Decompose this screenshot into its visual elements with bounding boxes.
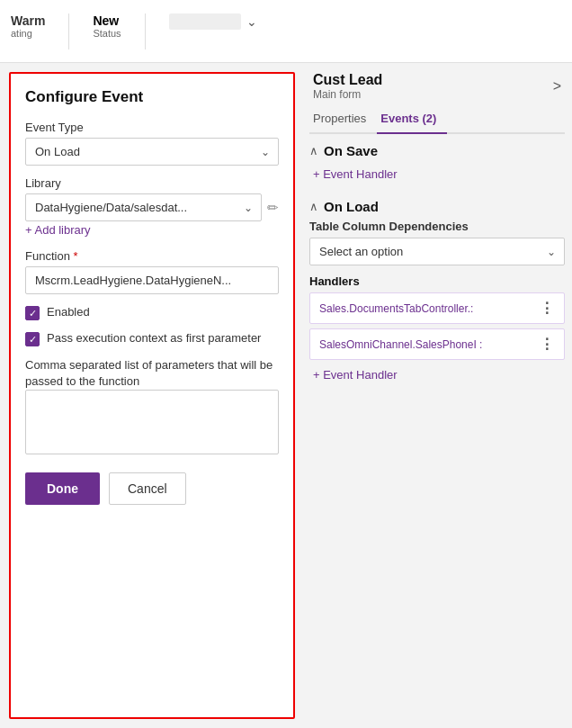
handlers-label: Handlers: [309, 274, 565, 288]
table-col-select-wrapper: Select an option ⌄: [309, 238, 565, 265]
cust-lead-chevron-right-icon[interactable]: >: [553, 78, 561, 94]
warm-value: Warm: [11, 13, 45, 28]
cust-lead-info: Cust Lead Main form: [313, 72, 382, 101]
library-label: Library: [25, 176, 279, 190]
on-save-title: On Save: [324, 143, 378, 158]
right-panel: Cust Lead Main form > Properties Events …: [302, 63, 572, 728]
handler-1-dots-icon[interactable]: ⋮: [540, 300, 555, 317]
handler-2-text: SalesOmniChannel.SalesPhoneI :: [319, 338, 540, 351]
tabs-row: Properties Events (2): [309, 106, 565, 134]
edit-library-icon[interactable]: ✏: [267, 200, 279, 216]
add-library-button[interactable]: + Add library: [25, 221, 91, 238]
new-status-item: New Status: [93, 13, 121, 39]
table-col-select[interactable]: Select an option: [309, 238, 565, 265]
library-select-wrapper: DataHygiene/Data/salesdat... ⌄: [25, 193, 262, 221]
cust-lead-header: Cust Lead Main form >: [309, 63, 565, 103]
function-label: Function: [25, 249, 279, 263]
table-col-dep-label: Table Column Dependencies: [309, 220, 565, 233]
handler-item-2[interactable]: SalesOmniChannel.SalesPhoneI : ⋮: [309, 328, 565, 360]
cust-lead-title: Cust Lead: [313, 72, 382, 88]
event-type-select-wrapper: On Load ⌄: [25, 138, 279, 166]
library-select[interactable]: DataHygiene/Data/salesdat...: [25, 193, 262, 221]
library-field: Library DataHygiene/Data/salesdat... ⌄ ✏…: [25, 176, 279, 238]
enabled-checkbox-row[interactable]: ✓ Enabled: [25, 305, 279, 320]
add-event-handler-button-save[interactable]: + Event Handler: [311, 164, 399, 184]
panel-title: Configure Event: [25, 88, 279, 106]
button-row: Done Cancel: [25, 472, 279, 505]
handler-item-1[interactable]: Sales.DocumentsTabController.: ⋮: [309, 292, 565, 324]
add-event-handler-button-load[interactable]: + Event Handler: [311, 364, 399, 385]
pass-execution-checkbox[interactable]: ✓: [25, 332, 40, 346]
divider2: [145, 13, 146, 49]
on-load-section-header: ∧ On Load: [309, 199, 565, 214]
function-field: Function: [25, 249, 279, 294]
cancel-button[interactable]: Cancel: [109, 472, 186, 505]
handler-1-text: Sales.DocumentsTabController.:: [319, 302, 540, 315]
on-load-title: On Load: [324, 199, 379, 214]
cust-lead-subtitle: Main form: [313, 88, 382, 101]
pass-execution-checkbox-row[interactable]: ✓ Pass execution context as first parame…: [25, 331, 279, 346]
warm-status-item: Warm ating: [11, 13, 45, 39]
check-icon-2: ✓: [29, 335, 37, 345]
enabled-checkbox[interactable]: ✓: [25, 306, 40, 320]
main-content: Configure Event Event Type On Load ⌄ Lib…: [0, 63, 572, 728]
handler-2-dots-icon[interactable]: ⋮: [540, 336, 555, 353]
top-bar: Warm ating New Status ⌄: [0, 0, 572, 63]
function-input[interactable]: [25, 266, 279, 294]
divider: [68, 13, 69, 49]
record-name-area: ⌄: [169, 13, 257, 30]
new-label: Status: [93, 28, 121, 39]
tab-properties[interactable]: Properties: [309, 106, 377, 134]
params-label: Comma separated list of parameters that …: [25, 357, 279, 390]
separator: [309, 184, 565, 192]
chevron-down-icon[interactable]: ⌄: [246, 14, 257, 29]
enabled-label: Enabled: [47, 305, 90, 319]
event-type-label: Event Type: [25, 121, 279, 134]
configure-event-panel: Configure Event Event Type On Load ⌄ Lib…: [9, 72, 295, 719]
on-load-chevron-up-icon[interactable]: ∧: [309, 200, 318, 213]
library-row: DataHygiene/Data/salesdat... ⌄ ✏: [25, 193, 279, 221]
warm-label: ating: [11, 28, 32, 39]
check-icon: ✓: [29, 309, 37, 319]
event-type-field: Event Type On Load ⌄: [25, 121, 279, 166]
new-value: New: [93, 13, 119, 28]
on-save-chevron-up-icon[interactable]: ∧: [309, 144, 318, 157]
done-button[interactable]: Done: [25, 472, 100, 505]
record-name: [169, 13, 241, 30]
params-textarea[interactable]: [25, 390, 279, 454]
tab-events[interactable]: Events (2): [377, 106, 447, 134]
params-field: Comma separated list of parameters that …: [25, 357, 279, 458]
on-save-section-header: ∧ On Save: [309, 143, 565, 158]
event-type-select[interactable]: On Load: [25, 138, 279, 166]
pass-execution-label: Pass execution context as first paramete…: [47, 331, 261, 345]
on-load-section: ∧ On Load Table Column Dependencies Sele…: [309, 199, 565, 385]
